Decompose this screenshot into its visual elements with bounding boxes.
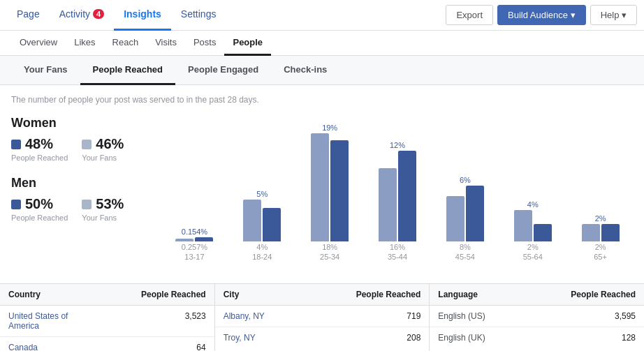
- age-label-35-44: 35-44: [388, 253, 407, 261]
- bar-pair-45-54: [446, 186, 484, 241]
- age-col-35-44: 12%16%35-44: [365, 116, 430, 261]
- bar-pair-25-34: [311, 133, 349, 241]
- country-name-2[interactable]: Canada: [0, 337, 107, 351]
- subnav-people[interactable]: People: [224, 31, 271, 56]
- women-pct-label-35-44: 12%: [390, 141, 405, 149]
- age-col-55-64: 4%2%55-64: [500, 116, 565, 261]
- women-pct-label-25-34: 19%: [322, 124, 337, 132]
- age-label-45-54: 45-54: [455, 253, 475, 261]
- city-header-row: City People Reached: [215, 284, 430, 306]
- age-label-65+: 65+: [594, 253, 607, 261]
- women-fans-pct: 46%: [96, 136, 124, 152]
- export-button[interactable]: Export: [446, 5, 493, 25]
- age-col-13-17: 0.154%0.257%13-17: [162, 116, 227, 261]
- age-label-25-34: 25-34: [320, 253, 339, 261]
- bar-chart: 0.154%0.257%13-175%4%18-2419%18%25-3412%…: [162, 116, 633, 276]
- men-label: Men: [11, 176, 151, 191]
- age-col-25-34: 19%18%25-34: [298, 116, 363, 261]
- bar-pair-18-24: [243, 200, 281, 241]
- men-fans-dot: [82, 200, 92, 209]
- tab-your-fans[interactable]: Your Fans: [11, 56, 80, 85]
- city-reached-2: 208: [322, 327, 429, 348]
- lang-name-2: English (UK): [430, 327, 536, 348]
- women-fans-label: Your Fans: [82, 154, 124, 162]
- men-fans-pct: 53%: [96, 196, 124, 212]
- nav-insights[interactable]: Insights: [114, 0, 171, 31]
- build-audience-button[interactable]: Build Audience ▾: [497, 5, 586, 25]
- age-col-45-54: 6%8%45-54: [432, 116, 497, 261]
- women-people-reached: 48% People Reached: [11, 136, 68, 162]
- bar-pair-55-64: [514, 210, 552, 241]
- top-navigation: Page Activity 4 Insights Settings Export…: [0, 0, 644, 31]
- men-bar-13-17: [195, 237, 213, 241]
- men-pct-label-65+: 2%: [595, 243, 606, 251]
- table-row: Troy, NY 208: [215, 327, 430, 348]
- subnav-reach[interactable]: Reach: [104, 31, 147, 56]
- help-button[interactable]: Help ▾: [590, 5, 637, 25]
- men-pct-label-18-24: 4%: [256, 243, 268, 251]
- subnav-likes[interactable]: Likes: [66, 31, 103, 56]
- women-pct-label-13-17: 0.154%: [182, 227, 207, 236]
- country-name-1[interactable]: United States of America: [0, 306, 107, 336]
- men-fans-label: Your Fans: [82, 214, 124, 222]
- women-pct-label-65+: 2%: [595, 214, 606, 223]
- women-reached-label: People Reached: [11, 154, 68, 162]
- country-table: Country People Reached United States of …: [0, 284, 215, 351]
- men-bar-65+: [601, 224, 620, 241]
- bar-pair-35-44: [379, 151, 416, 241]
- women-stats: 48% People Reached 46% Your Fans: [11, 136, 151, 162]
- chart-container: Women 48% People Reached: [11, 116, 633, 276]
- subnav-overview[interactable]: Overview: [11, 31, 66, 56]
- women-pct-label-55-64: 4%: [527, 200, 539, 209]
- men-reached-pct: 50%: [25, 196, 53, 212]
- subnav-visits[interactable]: Visits: [147, 31, 185, 56]
- tab-check-ins[interactable]: Check-ins: [271, 56, 339, 85]
- nav-page[interactable]: Page: [7, 0, 50, 31]
- city-reached-1: 719: [322, 306, 429, 327]
- lang-name-1: English (US): [430, 306, 536, 327]
- nav-activity-label: Activity: [59, 8, 90, 20]
- women-bar-13-17: [175, 239, 193, 241]
- women-reached-dot: [11, 140, 21, 149]
- language-table: Language People Reached English (US) 3,5…: [430, 284, 644, 351]
- country-col1-header: Country: [0, 284, 107, 305]
- city-name-2[interactable]: Troy, NY: [215, 327, 322, 348]
- women-bar-55-64: [514, 210, 532, 241]
- nav-activity[interactable]: Activity 4: [50, 0, 114, 31]
- section-tabs: Your Fans People Reached People Engaged …: [0, 56, 644, 85]
- subnav-posts[interactable]: Posts: [185, 31, 225, 56]
- women-bar-18-24: [243, 200, 261, 241]
- table-row: Albany, NY 719: [215, 306, 430, 327]
- age-label-13-17: 13-17: [184, 253, 204, 261]
- bar-pair-65+: [582, 224, 620, 241]
- men-pct-label-13-17: 0.257%: [182, 243, 207, 251]
- table-row: Canada 64: [0, 337, 214, 351]
- age-col-18-24: 5%4%18-24: [230, 116, 295, 261]
- women-fans-dot: [82, 140, 92, 149]
- gender-stats: Women 48% People Reached: [11, 116, 151, 276]
- women-bar-45-54: [446, 196, 464, 241]
- tab-people-reached[interactable]: People Reached: [80, 56, 175, 85]
- men-pct-label-25-34: 18%: [322, 243, 337, 251]
- language-header-row: Language People Reached: [430, 284, 644, 306]
- city-table: City People Reached Albany, NY 719 Troy,…: [215, 284, 430, 351]
- table-row: English (US) 3,595: [430, 306, 644, 327]
- nav-page-label: Page: [17, 8, 40, 20]
- nav-settings[interactable]: Settings: [171, 0, 226, 31]
- tab-people-engaged[interactable]: People Engaged: [175, 56, 271, 85]
- men-reached-dot: [11, 200, 21, 209]
- main-content: Your Fans People Reached People Engaged …: [0, 56, 644, 351]
- men-pct-label-35-44: 16%: [390, 243, 405, 251]
- city-name-1[interactable]: Albany, NY: [215, 306, 322, 327]
- city-col2-header: People Reached: [322, 284, 429, 305]
- men-bar-35-44: [398, 151, 416, 241]
- men-reached-label: People Reached: [11, 214, 68, 222]
- age-label-18-24: 18-24: [252, 253, 272, 261]
- women-reached-pct: 48%: [25, 136, 53, 152]
- top-nav-right: Export Build Audience ▾ Help ▾: [446, 5, 637, 25]
- men-pct-label-45-54: 8%: [460, 243, 471, 251]
- bar-pair-13-17: [175, 237, 213, 241]
- country-reached-1: 3,523: [107, 306, 214, 336]
- lang-reached-2: 128: [537, 327, 644, 348]
- country-reached-2: 64: [107, 337, 214, 351]
